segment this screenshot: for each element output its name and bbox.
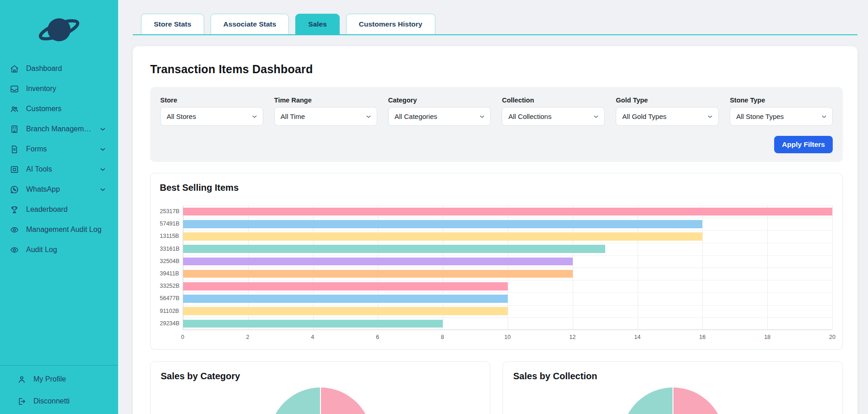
bar-category-label: 13115B (160, 230, 183, 242)
x-tick-label: 4 (311, 334, 314, 340)
bar-chart-title: Best Selling Items (160, 183, 832, 193)
gridline (183, 317, 832, 318)
bar-39411b (183, 270, 573, 278)
inbox-icon (9, 84, 19, 94)
bar-29234b (183, 320, 443, 328)
sidebar-item-label: My Profile (33, 375, 66, 383)
sidebar-item-label: AI Tools (26, 165, 52, 173)
sidebar-item-whatsapp[interactable]: WhatsApp (0, 179, 118, 199)
tab-sales[interactable]: Sales (295, 14, 340, 34)
filter-label: Store (160, 97, 263, 104)
chevron-down-icon (821, 113, 827, 120)
sidebar-item-disconnetti[interactable]: Disconnetti (0, 390, 118, 412)
tab-customers-history[interactable]: Customers History (346, 14, 435, 34)
sidebar-item-label: Disconnetti (33, 397, 70, 405)
filter-label: Stone Type (730, 97, 833, 104)
bar-33252b (183, 282, 508, 290)
filter-gold-type: Gold TypeAll Gold Types (616, 97, 719, 126)
pie-chart-title: Sales by Collection (513, 371, 832, 382)
sidebar-item-customers[interactable]: Customers (0, 99, 118, 119)
apply-filters-button[interactable]: Apply Filters (774, 136, 833, 153)
store-select[interactable]: All Stores (160, 107, 263, 126)
bar-category-label: 39411B (160, 268, 183, 280)
select-value: All Stone Types (736, 113, 784, 120)
bar-category-label: 29234B (160, 317, 183, 330)
eye-icon (9, 245, 19, 255)
gridline (183, 230, 832, 231)
x-tick-label: 0 (181, 334, 184, 340)
chevron-down-icon (707, 113, 713, 120)
bar-57491b (183, 220, 702, 228)
sidebar-nav: DashboardInventoryCustomersBranch Manage… (0, 59, 118, 260)
sidebar-item-label: Leaderboard (26, 205, 68, 214)
dashboard-card: Transaction Items Dashboard StoreAll Sto… (133, 46, 857, 414)
page-title: Transaction Items Dashboard (150, 63, 843, 76)
sidebar-item-ai-tools[interactable]: AI Tools (0, 159, 118, 179)
category-select[interactable]: All Categories (388, 107, 491, 126)
gridline (832, 205, 833, 329)
chevron-down-icon (479, 113, 485, 120)
tab-store-stats[interactable]: Store Stats (141, 14, 204, 34)
select-value: All Categories (395, 113, 437, 120)
gridline (183, 292, 832, 293)
apply-row: Apply Filters (160, 136, 833, 156)
sidebar-item-forms[interactable]: Forms (0, 139, 118, 159)
sidebar-item-label: Management Audit Log (26, 226, 102, 234)
chevron-down-icon (99, 146, 106, 153)
document-icon (9, 144, 19, 154)
sidebar-item-dashboard[interactable]: Dashboard (0, 59, 118, 79)
x-tick-label: 6 (376, 334, 379, 340)
sales-by-collection-card: Sales by Collection (503, 361, 843, 414)
x-tick-label: 12 (569, 334, 575, 340)
pie-row: Sales by Category Sales by Collection (150, 361, 843, 414)
gridline (183, 268, 832, 268)
sidebar: DashboardInventoryCustomersBranch Manage… (0, 0, 118, 414)
gridline (183, 243, 832, 243)
bar-91102b (183, 307, 508, 315)
sidebar-item-label: Dashboard (26, 65, 62, 73)
chevron-down-icon (593, 113, 599, 120)
trophy-icon (9, 204, 19, 215)
filter-label: Category (388, 97, 491, 104)
sidebar-item-inventory[interactable]: Inventory (0, 79, 118, 99)
chevron-down-icon (99, 186, 106, 193)
bar-56477b (183, 295, 508, 303)
tab-associate-stats[interactable]: Associate Stats (211, 14, 289, 34)
chevron-down-icon (99, 126, 106, 133)
gridline (183, 205, 832, 206)
gridline (183, 255, 832, 256)
filter-collection: CollectionAll Collections (502, 97, 605, 126)
sidebar-item-branch-management[interactable]: Branch Management (0, 119, 118, 139)
sidebar-item-label: Audit Log (26, 246, 57, 254)
bar-chart-y-labels: 25317B57491B13115B33161B32504B39411B3325… (160, 205, 183, 330)
filter-time-range: Time RangeAll Time (274, 97, 377, 126)
sidebar-item-leaderboard[interactable]: Leaderboard (0, 199, 118, 220)
collection-select[interactable]: All Collections (502, 107, 605, 126)
bar-chart: 25317B57491B13115B33161B32504B39411B3325… (160, 205, 832, 330)
gridline (183, 280, 832, 280)
bar-chart-plot (183, 205, 832, 330)
x-tick-label: 8 (441, 334, 444, 340)
app-window-icon (9, 164, 19, 174)
sidebar-item-label: Customers (26, 105, 61, 113)
chevron-down-icon (99, 166, 106, 173)
x-tick-label: 20 (829, 334, 835, 340)
sidebar-item-label: Branch Management (26, 125, 92, 133)
chevron-down-icon (365, 113, 372, 120)
x-tick-label: 14 (634, 334, 640, 340)
select-value: All Stores (167, 113, 196, 120)
stone-type-select[interactable]: All Stone Types (730, 107, 833, 126)
time-range-select[interactable]: All Time (274, 107, 377, 126)
filter-label: Collection (502, 97, 605, 104)
select-value: All Collections (508, 113, 551, 120)
sidebar-item-my-profile[interactable]: My Profile (0, 368, 118, 390)
filter-panel: StoreAll StoresTime RangeAll TimeCategor… (150, 87, 843, 162)
sidebar-item-management-audit-log[interactable]: Management Audit Log (0, 220, 118, 240)
sidebar-item-audit-log[interactable]: Audit Log (0, 240, 118, 260)
app-logo (0, 12, 118, 48)
gold-type-select[interactable]: All Gold Types (616, 107, 719, 126)
bar-category-label: 25317B (160, 205, 183, 218)
user-icon (16, 374, 27, 384)
tab-bar: Store StatsAssociate StatsSalesCustomers… (133, 14, 857, 35)
select-value: All Gold Types (622, 113, 666, 120)
